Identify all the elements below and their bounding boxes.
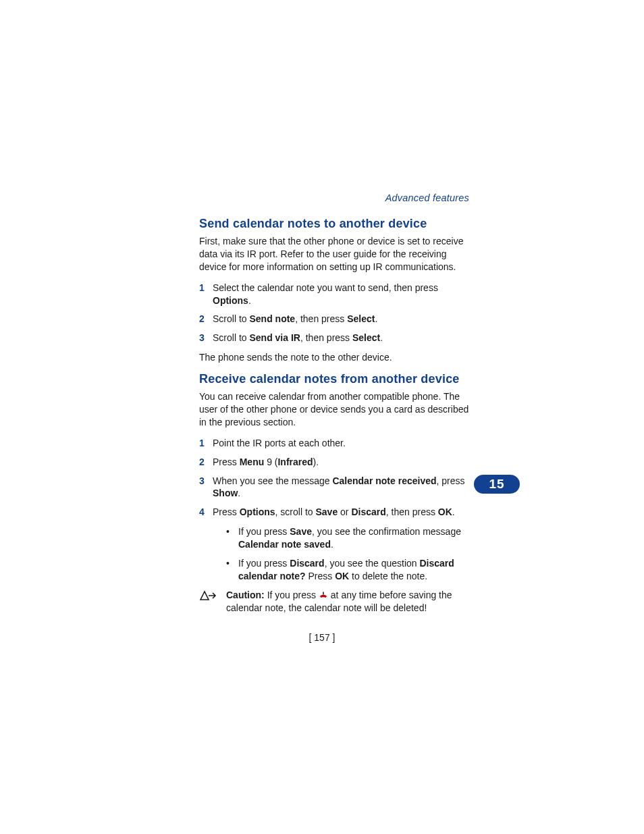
- list-item: • If you press Save, you see the confirm…: [226, 525, 469, 551]
- bullet-text: If you press Discard, you see the questi…: [238, 557, 469, 583]
- section2-steps: 1 Point the IR ports at each other. 2 Pr…: [199, 437, 469, 519]
- step-number: 2: [199, 313, 213, 325]
- list-item: 2 Scroll to Send note, then press Select…: [199, 313, 469, 325]
- step-number: 4: [199, 506, 213, 519]
- step-number: 3: [199, 475, 213, 500]
- chapter-tab: 15: [474, 475, 520, 494]
- end-call-key-icon: [319, 590, 328, 600]
- section1-steps: 1 Select the calendar note you want to s…: [199, 282, 469, 345]
- step-text: Point the IR ports at each other.: [213, 437, 469, 450]
- step-number: 3: [199, 332, 213, 344]
- bullet-text: If you press Save, you see the confirmat…: [238, 525, 469, 551]
- section-heading-send: Send calendar notes to another device: [199, 217, 469, 231]
- bullet-icon: •: [226, 557, 238, 583]
- step-number: 2: [199, 456, 213, 469]
- caution-text: Caution: If you press at any time before…: [226, 589, 469, 615]
- list-item: 4 Press Options, scroll to Save or Disca…: [199, 506, 469, 519]
- section2-bullets: • If you press Save, you see the confirm…: [226, 525, 469, 583]
- section1-outro: The phone sends the note to the other de…: [199, 351, 469, 364]
- bullet-icon: •: [226, 525, 238, 551]
- step-number: 1: [199, 437, 213, 450]
- section2-intro: You can receive calendar from another co…: [199, 390, 469, 429]
- list-item: 3 When you see the message Calendar note…: [199, 475, 469, 500]
- list-item: 1 Select the calendar note you want to s…: [199, 282, 469, 307]
- section1-intro: First, make sure that the other phone or…: [199, 235, 469, 273]
- step-text: Press Options, scroll to Save or Discard…: [213, 506, 469, 519]
- list-item: 1 Point the IR ports at each other.: [199, 437, 469, 450]
- list-item: 2 Press Menu 9 (Infrared).: [199, 456, 469, 469]
- step-number: 1: [199, 282, 213, 307]
- step-text: Scroll to Send via IR, then press Select…: [213, 332, 469, 344]
- caution-arrow-icon: [199, 589, 226, 615]
- page-content: Advanced features Send calendar notes to…: [199, 192, 469, 615]
- running-head: Advanced features: [199, 192, 469, 203]
- list-item: 3 Scroll to Send via IR, then press Sele…: [199, 332, 469, 344]
- svg-rect-0: [323, 592, 324, 594]
- list-item: • If you press Discard, you see the ques…: [226, 557, 469, 583]
- section-heading-receive: Receive calendar notes from another devi…: [199, 372, 469, 386]
- step-text: When you see the message Calendar note r…: [213, 475, 469, 500]
- step-text: Select the calendar note you want to sen…: [213, 282, 469, 307]
- caution-block: Caution: If you press at any time before…: [199, 589, 469, 615]
- page-number: [ 157 ]: [0, 632, 644, 643]
- step-text: Press Menu 9 (Infrared).: [213, 456, 469, 469]
- step-text: Scroll to Send note, then press Select.: [213, 313, 469, 325]
